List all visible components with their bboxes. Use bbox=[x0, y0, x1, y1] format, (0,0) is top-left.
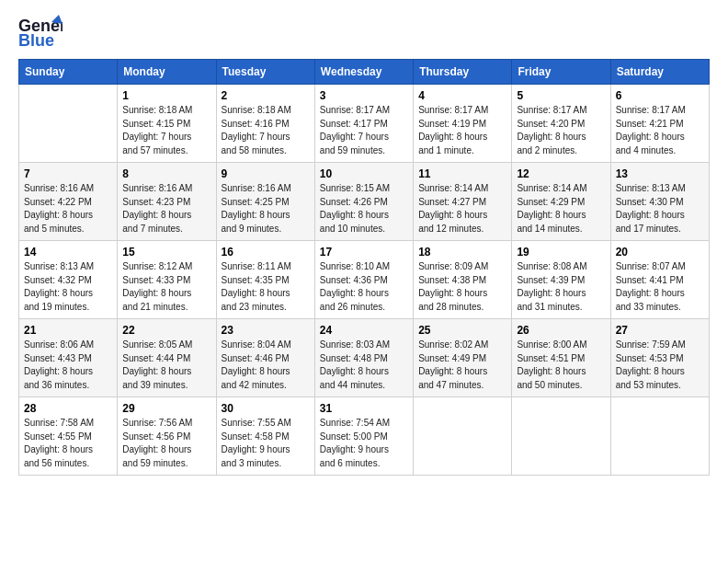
day-info: Sunrise: 8:12 AM Sunset: 4:33 PM Dayligh… bbox=[122, 260, 210, 314]
calendar-day-cell: 3Sunrise: 8:17 AM Sunset: 4:17 PM Daylig… bbox=[314, 85, 413, 163]
day-info: Sunrise: 8:17 AM Sunset: 4:17 PM Dayligh… bbox=[320, 104, 408, 157]
day-info: Sunrise: 8:14 AM Sunset: 4:27 PM Dayligh… bbox=[418, 182, 506, 236]
calendar-day-cell: 10Sunrise: 8:15 AM Sunset: 4:26 PM Dayli… bbox=[314, 163, 413, 241]
calendar-day-cell: 19Sunrise: 8:08 AM Sunset: 4:39 PM Dayli… bbox=[512, 241, 610, 319]
calendar-day-cell: 8Sunrise: 8:16 AM Sunset: 4:23 PM Daylig… bbox=[118, 163, 216, 241]
day-info: Sunrise: 8:15 AM Sunset: 4:26 PM Dayligh… bbox=[320, 182, 408, 236]
calendar-day-cell: 4Sunrise: 8:17 AM Sunset: 4:19 PM Daylig… bbox=[414, 85, 512, 163]
day-info: Sunrise: 7:54 AM Sunset: 5:00 PM Dayligh… bbox=[320, 417, 408, 470]
calendar-day-cell: 12Sunrise: 8:14 AM Sunset: 4:29 PM Dayli… bbox=[512, 163, 610, 241]
day-number: 12 bbox=[517, 167, 605, 180]
day-info: Sunrise: 8:13 AM Sunset: 4:30 PM Dayligh… bbox=[616, 182, 704, 236]
calendar-day-cell: 26Sunrise: 8:00 AM Sunset: 4:51 PM Dayli… bbox=[512, 319, 610, 397]
calendar-day-cell: 30Sunrise: 7:55 AM Sunset: 4:58 PM Dayli… bbox=[216, 397, 314, 476]
day-number: 17 bbox=[320, 246, 408, 259]
day-info: Sunrise: 7:59 AM Sunset: 4:53 PM Dayligh… bbox=[616, 339, 704, 392]
calendar-week-row: 28Sunrise: 7:58 AM Sunset: 4:55 PM Dayli… bbox=[19, 397, 710, 476]
day-number: 1 bbox=[122, 89, 210, 102]
calendar-day-cell: 21Sunrise: 8:06 AM Sunset: 4:43 PM Dayli… bbox=[19, 319, 118, 397]
calendar-day-cell bbox=[610, 397, 709, 476]
day-number: 25 bbox=[418, 324, 506, 337]
calendar-day-cell: 16Sunrise: 8:11 AM Sunset: 4:35 PM Dayli… bbox=[216, 241, 314, 319]
calendar-day-cell: 7Sunrise: 8:16 AM Sunset: 4:22 PM Daylig… bbox=[19, 163, 118, 241]
day-number: 24 bbox=[320, 324, 408, 337]
day-info: Sunrise: 8:00 AM Sunset: 4:51 PM Dayligh… bbox=[517, 339, 605, 392]
day-number: 19 bbox=[517, 246, 605, 259]
calendar-day-cell: 15Sunrise: 8:12 AM Sunset: 4:33 PM Dayli… bbox=[118, 241, 216, 319]
calendar-day-header: Sunday bbox=[19, 60, 118, 85]
day-info: Sunrise: 7:55 AM Sunset: 4:58 PM Dayligh… bbox=[222, 417, 310, 470]
day-number: 3 bbox=[320, 89, 408, 102]
day-number: 2 bbox=[222, 89, 310, 102]
day-number: 13 bbox=[616, 167, 704, 180]
calendar-week-row: 14Sunrise: 8:13 AM Sunset: 4:32 PM Dayli… bbox=[19, 241, 710, 319]
calendar-day-cell: 29Sunrise: 7:56 AM Sunset: 4:56 PM Dayli… bbox=[118, 397, 216, 476]
day-info: Sunrise: 8:09 AM Sunset: 4:38 PM Dayligh… bbox=[418, 260, 506, 314]
day-info: Sunrise: 8:18 AM Sunset: 4:16 PM Dayligh… bbox=[222, 104, 310, 157]
day-info: Sunrise: 8:13 AM Sunset: 4:32 PM Dayligh… bbox=[24, 260, 112, 314]
day-number: 4 bbox=[418, 89, 506, 102]
day-number: 22 bbox=[122, 324, 210, 337]
day-info: Sunrise: 8:16 AM Sunset: 4:23 PM Dayligh… bbox=[122, 182, 210, 236]
calendar-day-cell: 17Sunrise: 8:10 AM Sunset: 4:36 PM Dayli… bbox=[314, 241, 413, 319]
day-number: 16 bbox=[222, 246, 310, 259]
day-info: Sunrise: 7:56 AM Sunset: 4:56 PM Dayligh… bbox=[122, 417, 210, 470]
day-number: 31 bbox=[320, 402, 408, 415]
calendar-day-cell: 23Sunrise: 8:04 AM Sunset: 4:46 PM Dayli… bbox=[216, 319, 314, 397]
svg-text:Blue: Blue bbox=[18, 31, 54, 50]
calendar-day-cell: 27Sunrise: 7:59 AM Sunset: 4:53 PM Dayli… bbox=[610, 319, 709, 397]
calendar-day-cell: 9Sunrise: 8:16 AM Sunset: 4:25 PM Daylig… bbox=[216, 163, 314, 241]
calendar-day-cell: 25Sunrise: 8:02 AM Sunset: 4:49 PM Dayli… bbox=[414, 319, 512, 397]
calendar-day-header: Thursday bbox=[414, 60, 512, 85]
day-number: 18 bbox=[418, 246, 506, 259]
day-number: 30 bbox=[222, 402, 310, 415]
day-info: Sunrise: 8:16 AM Sunset: 4:22 PM Dayligh… bbox=[24, 182, 112, 236]
day-info: Sunrise: 8:11 AM Sunset: 4:35 PM Dayligh… bbox=[222, 260, 310, 314]
calendar-day-cell bbox=[414, 397, 512, 476]
calendar-day-cell bbox=[19, 85, 118, 163]
day-number: 5 bbox=[517, 89, 605, 102]
calendar-day-cell: 24Sunrise: 8:03 AM Sunset: 4:48 PM Dayli… bbox=[314, 319, 413, 397]
calendar-week-row: 1Sunrise: 8:18 AM Sunset: 4:15 PM Daylig… bbox=[19, 85, 710, 163]
day-info: Sunrise: 8:18 AM Sunset: 4:15 PM Dayligh… bbox=[122, 104, 210, 157]
day-info: Sunrise: 8:05 AM Sunset: 4:44 PM Dayligh… bbox=[122, 339, 210, 392]
day-info: Sunrise: 8:16 AM Sunset: 4:25 PM Dayligh… bbox=[222, 182, 310, 236]
day-number: 14 bbox=[24, 246, 112, 259]
day-number: 6 bbox=[616, 89, 704, 102]
day-info: Sunrise: 8:04 AM Sunset: 4:46 PM Dayligh… bbox=[222, 339, 310, 392]
day-number: 27 bbox=[616, 324, 704, 337]
day-number: 8 bbox=[122, 167, 210, 180]
day-number: 29 bbox=[122, 402, 210, 415]
logo: General Blue bbox=[18, 15, 63, 50]
calendar-day-cell: 18Sunrise: 8:09 AM Sunset: 4:38 PM Dayli… bbox=[414, 241, 512, 319]
logo-icon: General Blue bbox=[18, 15, 63, 50]
day-number: 26 bbox=[517, 324, 605, 337]
calendar-day-cell: 31Sunrise: 7:54 AM Sunset: 5:00 PM Dayli… bbox=[314, 397, 413, 476]
page-header: General Blue bbox=[18, 15, 710, 50]
day-number: 11 bbox=[418, 167, 506, 180]
day-info: Sunrise: 8:17 AM Sunset: 4:19 PM Dayligh… bbox=[418, 104, 506, 157]
day-number: 9 bbox=[222, 167, 310, 180]
calendar-day-cell: 5Sunrise: 8:17 AM Sunset: 4:20 PM Daylig… bbox=[512, 85, 610, 163]
day-number: 20 bbox=[616, 246, 704, 259]
calendar-day-cell bbox=[512, 397, 610, 476]
calendar-day-cell: 22Sunrise: 8:05 AM Sunset: 4:44 PM Dayli… bbox=[118, 319, 216, 397]
day-info: Sunrise: 8:08 AM Sunset: 4:39 PM Dayligh… bbox=[517, 260, 605, 314]
calendar-day-cell: 20Sunrise: 8:07 AM Sunset: 4:41 PM Dayli… bbox=[610, 241, 709, 319]
day-info: Sunrise: 8:14 AM Sunset: 4:29 PM Dayligh… bbox=[517, 182, 605, 236]
day-info: Sunrise: 8:17 AM Sunset: 4:21 PM Dayligh… bbox=[616, 104, 704, 157]
day-number: 23 bbox=[222, 324, 310, 337]
day-info: Sunrise: 8:06 AM Sunset: 4:43 PM Dayligh… bbox=[24, 339, 112, 392]
calendar-header-row: SundayMondayTuesdayWednesdayThursdayFrid… bbox=[19, 60, 710, 85]
day-info: Sunrise: 8:07 AM Sunset: 4:41 PM Dayligh… bbox=[616, 260, 704, 314]
day-number: 21 bbox=[24, 324, 112, 337]
calendar-table: SundayMondayTuesdayWednesdayThursdayFrid… bbox=[18, 59, 710, 476]
calendar-day-cell: 6Sunrise: 8:17 AM Sunset: 4:21 PM Daylig… bbox=[610, 85, 709, 163]
calendar-day-cell: 11Sunrise: 8:14 AM Sunset: 4:27 PM Dayli… bbox=[414, 163, 512, 241]
calendar-day-header: Friday bbox=[512, 60, 610, 85]
day-info: Sunrise: 8:17 AM Sunset: 4:20 PM Dayligh… bbox=[517, 104, 605, 157]
calendar-day-header: Wednesday bbox=[314, 60, 413, 85]
day-info: Sunrise: 8:03 AM Sunset: 4:48 PM Dayligh… bbox=[320, 339, 408, 392]
calendar-day-cell: 14Sunrise: 8:13 AM Sunset: 4:32 PM Dayli… bbox=[19, 241, 118, 319]
day-number: 7 bbox=[24, 167, 112, 180]
